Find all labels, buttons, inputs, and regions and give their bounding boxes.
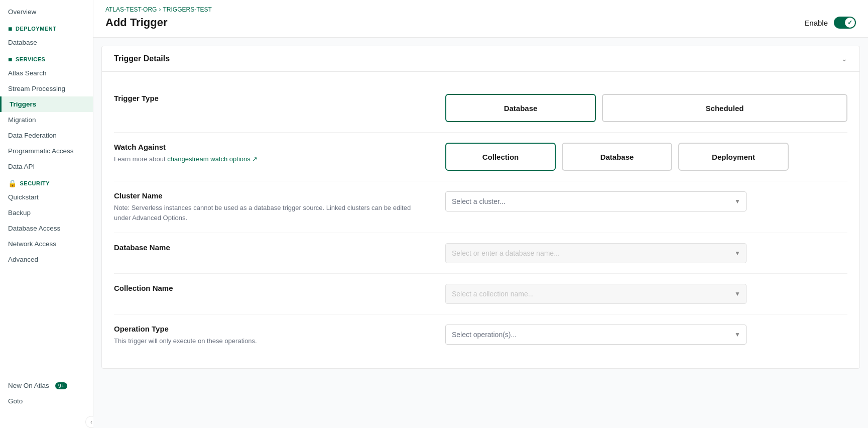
sidebar-item-goto[interactable]: Goto (0, 393, 93, 409)
cluster-name-select[interactable]: Select a cluster... (445, 191, 747, 211)
sidebar-item-label: Database (8, 39, 37, 46)
changestream-watch-options-link[interactable]: changestream watch options ↗ (167, 155, 258, 163)
sidebar-item-label: Overview (8, 8, 36, 16)
sidebar-item-data-federation[interactable]: Data Federation (0, 128, 93, 143)
operation-type-label: Operation Type (114, 325, 425, 333)
collection-name-label-col: Collection Name (114, 284, 425, 295)
form-body: Trigger Type Database Scheduled Watch Ag… (102, 72, 859, 368)
sidebar-section-deployment: ■ DEPLOYMENT (0, 20, 93, 35)
main-content: ATLAS-TEST-ORG › TRIGGERS-TEST Add Trigg… (93, 0, 868, 428)
collection-name-select[interactable]: Select a collection name... (445, 284, 747, 304)
sidebar-item-label: Network Access (8, 240, 56, 248)
sidebar-section-security: 🔒 SECURITY (0, 174, 93, 189)
trigger-type-row: Trigger Type Database Scheduled (114, 84, 847, 133)
check-icon: ✓ (847, 19, 852, 26)
security-icon: 🔒 (8, 179, 17, 187)
cluster-name-note: Note: Serverless instances cannot be use… (114, 203, 425, 223)
sidebar-item-label: Quickstart (8, 193, 39, 201)
sidebar-item-label: Programmatic Access (8, 147, 74, 155)
enable-label: Enable (804, 19, 828, 27)
sidebar-item-label: Data API (8, 163, 35, 170)
operation-type-select[interactable]: Select operation(s)... (445, 325, 747, 345)
cluster-name-label: Cluster Name (114, 191, 425, 200)
collection-name-select-wrapper: Select a collection name... ▼ (445, 284, 747, 304)
watch-against-database-button[interactable]: Database (562, 143, 672, 171)
trigger-type-scheduled-button[interactable]: Scheduled (602, 94, 847, 122)
watch-against-deployment-button[interactable]: Deployment (678, 143, 789, 171)
database-name-select-wrapper: Select or enter a database name... ▼ (445, 243, 747, 263)
cluster-name-control: Select a cluster... ▼ (445, 191, 847, 211)
trigger-type-controls: Database Scheduled (445, 94, 847, 122)
cluster-name-row: Cluster Name Note: Serverless instances … (114, 181, 847, 233)
sidebar: Overview ■ DEPLOYMENT Database ■ SERVICE… (0, 0, 93, 428)
sidebar-section-services: ■ SERVICES (0, 50, 93, 65)
operation-type-row: Operation Type This trigger will only ex… (114, 314, 847, 356)
collection-name-control: Select a collection name... ▼ (445, 284, 847, 304)
database-name-control: Select or enter a database name... ▼ (445, 243, 847, 263)
sidebar-item-label: Triggers (10, 100, 36, 108)
operation-type-label-col: Operation Type This trigger will only ex… (114, 325, 425, 346)
sidebar-item-label: Data Federation (8, 132, 57, 139)
database-name-label-col: Database Name (114, 243, 425, 255)
sidebar-item-database[interactable]: Database (0, 35, 93, 50)
sidebar-item-label: Migration (8, 116, 36, 124)
sidebar-item-label: Database Access (8, 225, 60, 232)
operation-type-select-wrapper: Select operation(s)... ▼ (445, 325, 747, 345)
trigger-type-database-button[interactable]: Database (445, 94, 596, 122)
watch-against-controls: Collection Database Deployment (445, 143, 847, 171)
enable-row: Enable ✓ (804, 17, 856, 29)
breadcrumb-sep: › (159, 6, 161, 13)
database-name-select[interactable]: Select or enter a database name... (445, 243, 747, 263)
trigger-details-section: Trigger Details ⌄ Trigger Type Database … (101, 46, 860, 369)
breadcrumb: ATLAS-TEST-ORG › TRIGGERS-TEST (105, 6, 856, 13)
section-title: Trigger Details (114, 54, 170, 63)
breadcrumb-org[interactable]: ATLAS-TEST-ORG (105, 6, 157, 13)
database-name-row: Database Name Select or enter a database… (114, 233, 847, 274)
watch-against-sublabel: Learn more about changestream watch opti… (114, 154, 425, 164)
page-title: Add Trigger (105, 16, 167, 29)
sidebar-item-migration[interactable]: Migration (0, 112, 93, 128)
operation-type-sublabel: This trigger will only execute on these … (114, 336, 425, 346)
sidebar-item-data-api[interactable]: Data API (0, 159, 93, 174)
watch-against-collection-button[interactable]: Collection (445, 143, 556, 171)
sidebar-item-overview[interactable]: Overview (0, 4, 93, 20)
cluster-name-label-col: Cluster Name Note: Serverless instances … (114, 191, 425, 223)
enable-toggle[interactable]: ✓ (834, 17, 856, 29)
sidebar-item-label: New On Atlas (8, 382, 49, 389)
collection-name-row: Collection Name Select a collection name… (114, 274, 847, 314)
watch-against-label: Watch Against (114, 143, 425, 151)
sidebar-item-advanced[interactable]: Advanced (0, 252, 93, 267)
cluster-name-select-wrapper: Select a cluster... ▼ (445, 191, 747, 211)
sidebar-item-atlas-search[interactable]: Atlas Search (0, 65, 93, 81)
sidebar-item-quickstart[interactable]: Quickstart (0, 189, 93, 205)
toggle-knob: ✓ (845, 18, 855, 28)
sidebar-item-stream-processing[interactable]: Stream Processing (0, 81, 93, 96)
new-on-atlas-badge: 9+ (55, 382, 68, 389)
watch-against-label-col: Watch Against Learn more about changestr… (114, 143, 425, 164)
section-collapse-icon[interactable]: ⌄ (841, 55, 847, 63)
watch-against-row: Watch Against Learn more about changestr… (114, 133, 847, 181)
sidebar-item-triggers[interactable]: Triggers (0, 96, 93, 112)
services-icon: ■ (8, 55, 13, 63)
sidebar-item-new-on-atlas[interactable]: New On Atlas 9+ (0, 378, 93, 393)
sidebar-item-database-access[interactable]: Database Access (0, 221, 93, 236)
sidebar-item-programmatic-access[interactable]: Programmatic Access (0, 143, 93, 159)
sidebar-item-label: Atlas Search (8, 69, 47, 77)
trigger-type-label-col: Trigger Type (114, 94, 425, 105)
section-header: Trigger Details ⌄ (102, 46, 859, 72)
sidebar-item-label: Goto (8, 397, 23, 405)
sidebar-item-backup[interactable]: Backup (0, 205, 93, 221)
breadcrumb-project[interactable]: TRIGGERS-TEST (163, 6, 211, 13)
page-header: ATLAS-TEST-ORG › TRIGGERS-TEST Add Trigg… (93, 0, 868, 38)
sidebar-item-label: Backup (8, 209, 31, 217)
deployment-icon: ■ (8, 25, 13, 33)
sidebar-item-network-access[interactable]: Network Access (0, 236, 93, 252)
sidebar-item-label: Stream Processing (8, 85, 65, 92)
database-name-label: Database Name (114, 243, 425, 252)
page-title-row: Add Trigger Enable ✓ (105, 16, 856, 29)
trigger-type-label: Trigger Type (114, 94, 425, 102)
sidebar-item-label: Advanced (8, 256, 38, 263)
operation-type-control: Select operation(s)... ▼ (445, 325, 847, 345)
collection-name-label: Collection Name (114, 284, 425, 292)
sidebar-bottom: New On Atlas 9+ Goto (0, 374, 93, 413)
